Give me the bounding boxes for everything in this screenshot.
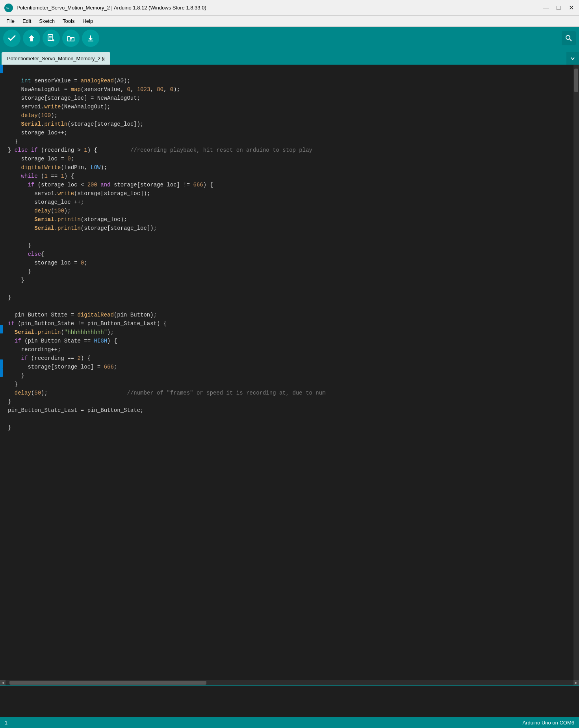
- open-button[interactable]: [62, 30, 80, 47]
- svg-line-13: [570, 39, 572, 41]
- editor-tab[interactable]: Potentiometer_Servo_Motion_Memory_2 §: [2, 52, 110, 65]
- status-board-info: Arduino Uno on COM6: [522, 720, 574, 726]
- code-line: pin_Button_State_Last = pin_Button_State…: [8, 406, 573, 415]
- title-bar: ∞ Potentiometer_Servo_Motion_Memory_2 | …: [0, 0, 579, 16]
- code-line: while (1 == 1) {: [8, 172, 573, 181]
- code-line: storage[storage_loc] = NewAnalogOut;: [8, 94, 573, 102]
- code-line: delay(100);: [8, 207, 573, 215]
- verify-button[interactable]: [3, 30, 20, 47]
- code-line: else{: [8, 250, 573, 259]
- code-line: } else if (recording > 1) { //recording …: [8, 146, 573, 155]
- code-line: storage_loc++;: [8, 128, 573, 137]
- horizontal-scrollbar-track[interactable]: [6, 680, 573, 685]
- code-line: }: [8, 137, 573, 146]
- code-line: if (recording == 2) {: [8, 354, 573, 363]
- menu-bar: File Edit Sketch Tools Help: [0, 16, 579, 27]
- svg-marker-2: [28, 35, 35, 41]
- code-line: digitalWrite(ledPin, LOW);: [8, 163, 573, 172]
- code-line: }: [8, 423, 573, 432]
- code-line: if (pin_Button_State == HIGH) {: [8, 337, 573, 345]
- svg-point-12: [566, 35, 570, 39]
- scroll-right-button[interactable]: ▶: [573, 680, 579, 685]
- margin-indicator-1: [0, 65, 3, 73]
- code-line: }: [8, 293, 573, 302]
- code-line: NewAnalogOut = map(sensorValue, 0, 1023,…: [8, 85, 573, 94]
- new-button[interactable]: [43, 30, 60, 47]
- horizontal-scrollbar[interactable]: ◀ ▶: [0, 680, 579, 685]
- toolbar: [0, 27, 579, 50]
- tab-label: Potentiometer_Servo_Motion_Memory_2 §: [7, 56, 105, 61]
- vertical-scrollbar-thumb[interactable]: [574, 69, 578, 92]
- menu-tools[interactable]: Tools: [59, 17, 78, 25]
- arduino-logo: ∞: [4, 3, 13, 13]
- tab-bar: Potentiometer_Servo_Motion_Memory_2 §: [0, 50, 579, 65]
- horizontal-scrollbar-thumb[interactable]: [9, 681, 206, 685]
- code-line: pin_Button_State = digitalRead(pin_Butto…: [8, 311, 573, 319]
- code-line: [8, 441, 573, 449]
- search-button[interactable]: [562, 31, 576, 45]
- vertical-scrollbar[interactable]: [573, 65, 579, 680]
- code-line: }: [8, 380, 573, 389]
- code-line: [8, 68, 573, 76]
- scroll-left-button[interactable]: ◀: [0, 680, 6, 685]
- left-margin: [0, 65, 3, 680]
- code-line: int sensorValue = analogRead(A0);: [8, 76, 573, 85]
- title-bar-controls: — □ ✕: [542, 4, 575, 12]
- menu-edit[interactable]: Edit: [19, 17, 34, 25]
- code-line: [8, 432, 573, 441]
- code-line: Serial.println(storage[storage_loc]);: [8, 120, 573, 128]
- code-line: [8, 233, 573, 241]
- code-line: }: [8, 241, 573, 250]
- menu-sketch[interactable]: Sketch: [36, 17, 58, 25]
- svg-text:∞: ∞: [6, 6, 9, 10]
- code-line: storage_loc = 0;: [8, 155, 573, 163]
- margin-indicator-4: [0, 368, 3, 377]
- code-line: }: [8, 371, 573, 380]
- code-line: [8, 415, 573, 423]
- minimize-button[interactable]: —: [542, 4, 550, 12]
- title-bar-left: ∞ Potentiometer_Servo_Motion_Memory_2 | …: [4, 3, 206, 13]
- menu-help[interactable]: Help: [79, 17, 96, 25]
- status-bar: 1 Arduino Uno on COM6: [0, 717, 579, 728]
- code-line: Serial.println(storage_loc);: [8, 215, 573, 224]
- code-area[interactable]: int sensorValue = analogRead(A0); NewAna…: [3, 65, 573, 680]
- code-line: servo1.write(storage[storage_loc]);: [8, 189, 573, 198]
- code-line: [8, 302, 573, 311]
- code-line: }: [8, 276, 573, 285]
- close-button[interactable]: ✕: [567, 4, 575, 12]
- tab-dropdown-button[interactable]: [566, 52, 579, 65]
- menu-file[interactable]: File: [3, 17, 18, 25]
- code-line: servo1.write(NewAnalogOut);: [8, 102, 573, 111]
- code-line: delay(50); //number of "frames" or speed…: [8, 389, 573, 397]
- status-line-number: 1: [5, 720, 7, 726]
- title-text: Potentiometer_Servo_Motion_Memory_2 | Ar…: [17, 5, 206, 11]
- code-line: [8, 285, 573, 293]
- margin-indicator-2: [0, 325, 3, 333]
- maximize-button[interactable]: □: [555, 4, 562, 12]
- code-line: if (storage_loc < 200 and storage[storag…: [8, 181, 573, 189]
- code-line: recording++;: [8, 345, 573, 354]
- save-button[interactable]: [82, 30, 99, 47]
- code-line: Serial.println("hhhhhhhhhhh");: [8, 328, 573, 337]
- editor-container: int sensorValue = analogRead(A0); NewAna…: [0, 65, 579, 680]
- code-line: Serial.println(storage[storage_loc]);: [8, 224, 573, 233]
- code-line: if (pin_Button_State != pin_Button_State…: [8, 319, 573, 328]
- code-line: storage_loc ++;: [8, 198, 573, 207]
- code-line: delay(100);: [8, 111, 573, 120]
- code-line: }: [8, 397, 573, 406]
- margin-indicator-3: [0, 359, 3, 368]
- code-line: [8, 449, 573, 458]
- code-line: storage[storage_loc] = 666;: [8, 363, 573, 371]
- code-line: }: [8, 267, 573, 276]
- code-line: storage_loc = 0;: [8, 259, 573, 267]
- console-area: [0, 685, 579, 717]
- upload-button[interactable]: [23, 30, 40, 47]
